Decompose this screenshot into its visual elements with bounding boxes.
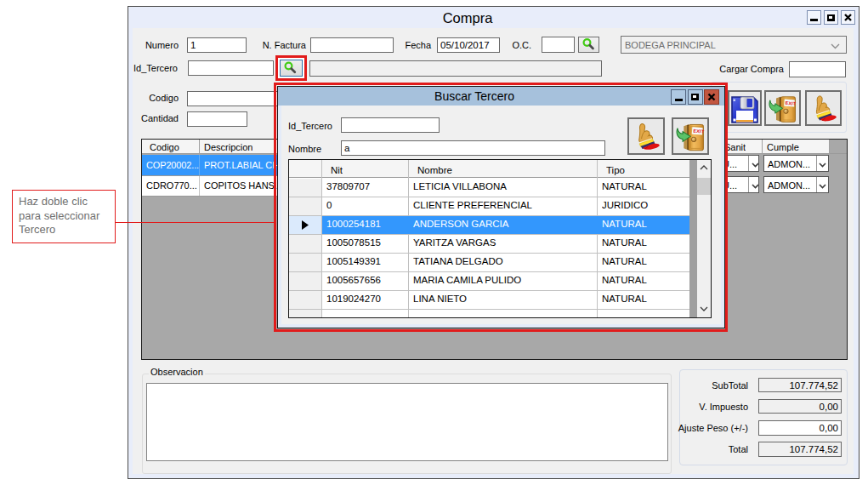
- svg-text:EXIT: EXIT: [786, 100, 797, 106]
